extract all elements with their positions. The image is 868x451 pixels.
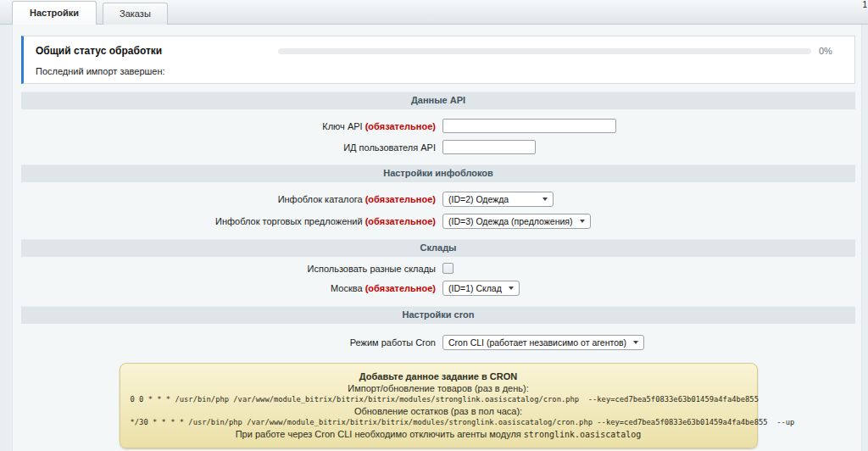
tab-settings[interactable]: Настройки xyxy=(12,1,97,25)
api-user-row: ИД пользователя API xyxy=(21,140,855,154)
offers-iblock-value: (ID=3) Одежда (предложения) xyxy=(448,216,573,226)
moscow-warehouse-label: Москва (обязательное) xyxy=(21,283,439,293)
offers-iblock-select[interactable]: (ID=3) Одежда (предложения) xyxy=(442,214,591,229)
cron-note-title: Добавьте данное задание в CRON xyxy=(131,371,747,383)
catalog-iblock-row: Инфоблок каталога (обязательное) (ID=2) … xyxy=(21,192,855,207)
module-name-code: stronglink.oasiscatalog xyxy=(524,430,641,439)
cron-note-cli-text: При работе через Cron CLI необходимо отк… xyxy=(236,429,524,439)
cron-note-stock-caption: Обновление остатков (раз в пол часа): xyxy=(131,406,747,418)
catalog-iblock-label-text: Инфоблок каталога xyxy=(278,194,363,204)
cron-note: Добавьте данное задание в CRON Импорт/об… xyxy=(120,363,758,448)
section-header-iblocks: Настройки инфоблоков xyxy=(21,164,855,182)
required-mark: (обязательное) xyxy=(365,121,436,131)
offers-iblock-label: Инфоблок торговых предложений (обязатель… xyxy=(21,216,439,226)
catalog-iblock-select[interactable]: (ID=2) Одежда xyxy=(442,192,554,207)
cron-mode-select[interactable]: Cron CLI (работает независимо от агентов… xyxy=(442,335,644,350)
status-panel: Общий статус обработки 0% Последний импо… xyxy=(21,36,855,84)
section-header-warehouses: Склады xyxy=(21,239,855,257)
api-user-label-text: ИД пользователя API xyxy=(343,142,436,153)
cron-stock-command: */30 * * * * /usr/bin/php /var/www/modul… xyxy=(131,417,747,429)
api-user-label: ИД пользователя API xyxy=(21,142,439,153)
cron-mode-value: Cron CLI (работает независимо от агентов… xyxy=(448,337,626,348)
cron-mode-label: Режим работы Cron xyxy=(21,337,439,348)
cron-note-import-caption: Импорт/обновление товаров (раз в день): xyxy=(131,383,747,395)
last-import-label: Последний импорт завершен: xyxy=(36,66,843,76)
offers-iblock-label-text: Инфоблок торговых предложений xyxy=(215,216,363,226)
tab-bar: Настройки Заказы 1 xyxy=(0,0,868,25)
required-mark: (обязательное) xyxy=(365,194,436,204)
section-header-cron: Настройки cron xyxy=(21,306,855,324)
chevron-down-icon xyxy=(542,198,548,201)
cron-mode-label-text: Режим работы Cron xyxy=(350,337,436,348)
required-mark: (обязательное) xyxy=(365,216,436,226)
use-warehouses-label-text: Использовать разные склады xyxy=(308,264,436,274)
required-mark: (обязательное) xyxy=(365,283,436,293)
moscow-warehouse-select[interactable]: (ID=1) Склад xyxy=(442,281,520,296)
cron-mode-row: Режим работы Cron Cron CLI (работает нез… xyxy=(21,335,855,350)
moscow-warehouse-row: Москва (обязательное) (ID=1) Склад xyxy=(21,281,855,296)
api-key-label: Ключ API (обязательное) xyxy=(21,121,439,131)
offers-iblock-row: Инфоблок торговых предложений (обязатель… xyxy=(21,214,855,229)
use-warehouses-row: Использовать разные склады xyxy=(21,263,855,274)
progress-percent-label: 0% xyxy=(819,46,843,56)
use-warehouses-checkbox[interactable] xyxy=(442,263,453,274)
settings-form-panel: Общий статус обработки 0% Последний импо… xyxy=(12,25,862,451)
cron-import-command: 0 0 * * * /usr/bin/php /var/www/module_b… xyxy=(131,394,747,406)
moscow-warehouse-label-text: Москва xyxy=(331,283,363,293)
cron-note-cli-caption: При работе через Cron CLI необходимо отк… xyxy=(131,429,747,441)
status-title: Общий статус обработки xyxy=(36,45,278,57)
chevron-down-icon xyxy=(509,287,514,290)
moscow-warehouse-value: (ID=1) Склад xyxy=(448,283,502,293)
catalog-iblock-label: Инфоблок каталога (обязательное) xyxy=(21,194,439,204)
api-user-input[interactable] xyxy=(442,140,536,154)
api-key-label-text: Ключ API xyxy=(322,121,362,131)
progress-bar xyxy=(278,48,811,54)
section-header-api: Данные API xyxy=(21,92,855,109)
tab-orders[interactable]: Заказы xyxy=(103,3,168,25)
corner-mark: 1 xyxy=(862,0,867,9)
use-warehouses-label: Использовать разные склады xyxy=(21,264,439,274)
chevron-down-icon xyxy=(633,341,638,344)
api-key-row: Ключ API (обязательное) xyxy=(21,119,855,133)
catalog-iblock-value: (ID=2) Одежда xyxy=(448,194,509,204)
chevron-down-icon xyxy=(580,220,585,223)
api-key-input[interactable] xyxy=(442,119,616,133)
